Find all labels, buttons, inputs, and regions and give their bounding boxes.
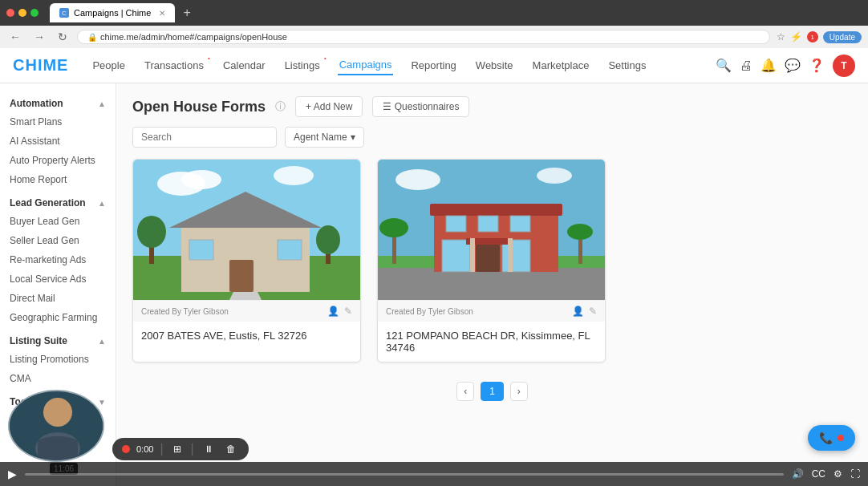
card-body-2: 121 POMPANO BEACH DR, Kissimmee, FL 3474… <box>378 322 605 362</box>
sidebar-item-listing-promotions[interactable]: Listing Promotions <box>0 350 116 369</box>
print-icon[interactable]: 🖨 <box>740 59 752 73</box>
edit-icon-2[interactable]: ✎ <box>589 306 597 317</box>
sidebar-item-direct-mail[interactable]: Direct Mail <box>0 289 116 308</box>
sidebar-section-automation: Automation ▲ <box>0 90 116 112</box>
sidebar-item-cma[interactable]: CMA <box>0 369 116 388</box>
bottom-bar: ▶ 🔊 CC ⚙ ⛶ <box>0 462 868 486</box>
lead-gen-collapse-icon[interactable]: ▲ <box>98 199 106 208</box>
browser-chrome: C Campaigns | Chime ✕ + <box>0 0 868 26</box>
sidebar-item-home-report[interactable]: Home Report <box>0 170 116 189</box>
tab-close-icon[interactable]: ✕ <box>159 9 165 18</box>
progress-bar[interactable] <box>25 473 784 476</box>
card-created-by-2: Created By Tyler Gibson <box>386 307 473 316</box>
sidebar-section-automation-label: Automation <box>10 98 63 109</box>
nav-website[interactable]: Website <box>474 56 515 75</box>
nav-campaigns[interactable]: Campaigns <box>338 55 394 75</box>
update-button[interactable]: Update <box>823 31 862 43</box>
url-text: chime.me/admin/home#/campaigns/openHouse <box>100 32 287 42</box>
property-card[interactable]: Created By Tyler Gibson 👤 ✎ 2007 BATES A… <box>132 159 361 362</box>
prev-page-button[interactable]: ‹ <box>456 382 474 401</box>
add-new-button[interactable]: + Add New <box>295 96 363 117</box>
call-button[interactable]: 📞 <box>808 425 855 451</box>
time-display: 0:00 <box>136 444 153 454</box>
svg-marker-10 <box>229 292 262 300</box>
nav-transactions[interactable]: Transactions <box>143 56 205 75</box>
search-icon[interactable]: 🔍 <box>716 58 732 73</box>
svg-rect-22 <box>430 204 562 216</box>
nav-settings[interactable]: Settings <box>606 56 647 75</box>
ssl-lock-icon: 🔒 <box>87 33 97 42</box>
share-icon[interactable]: 👤 <box>327 306 339 317</box>
sidebar-item-remarketing-ads[interactable]: Re-marketing Ads <box>0 250 116 269</box>
pause-icon[interactable]: ⏸ <box>201 442 217 456</box>
automation-collapse-icon[interactable]: ▲ <box>98 99 106 108</box>
nav-reporting[interactable]: Reporting <box>409 56 457 75</box>
questionnaires-button[interactable]: ☰ Questionnaires <box>372 96 469 117</box>
cards-grid: Created By Tyler Gibson 👤 ✎ 2007 BATES A… <box>132 159 852 362</box>
recording-indicator <box>122 445 130 453</box>
stop-icon[interactable]: 🗑 <box>223 442 239 456</box>
forward-button[interactable]: → <box>30 29 48 45</box>
bookmark-icon[interactable]: ☆ <box>777 31 785 43</box>
refresh-button[interactable]: ↻ <box>55 29 71 45</box>
messages-icon[interactable]: 💬 <box>785 58 801 73</box>
sidebar-item-ai-assistant[interactable]: AI Assistant <box>0 132 116 151</box>
property-card-2[interactable]: Created By Tyler Gibson 👤 ✎ 121 POMPANO … <box>377 159 606 362</box>
play-button[interactable]: ▶ <box>8 468 17 480</box>
new-tab-icon[interactable]: + <box>183 6 190 20</box>
sidebar-item-auto-property-alerts[interactable]: Auto Property Alerts <box>0 151 116 170</box>
next-page-button[interactable]: › <box>510 382 528 401</box>
video-avatar <box>10 391 103 460</box>
close-dot[interactable] <box>6 9 14 17</box>
sidebar-item-smart-plans[interactable]: Smart Plans <box>0 112 116 132</box>
volume-icon[interactable]: 🔊 <box>792 468 804 480</box>
minimize-dot[interactable] <box>18 9 26 17</box>
card-created-by-1: Created By Tyler Gibson <box>141 307 229 316</box>
call-icon: 📞 <box>819 431 833 444</box>
divider-2: | <box>191 442 194 456</box>
maximize-dot[interactable] <box>30 9 39 17</box>
notification-badge: 1 <box>807 31 818 43</box>
sidebar-section-listing-suite: Listing Suite ▲ <box>0 327 116 350</box>
search-input[interactable] <box>132 127 277 148</box>
listing-suite-collapse-icon[interactable]: ▲ <box>98 337 106 346</box>
card-footer-1: Created By Tyler Gibson 👤 ✎ <box>133 300 360 322</box>
nav-listings[interactable]: Listings <box>283 56 322 75</box>
card-address-1: 2007 BATES AVE, Eustis, FL 32726 <box>141 330 352 342</box>
video-overlay <box>8 390 104 462</box>
card-address-2: 121 POMPANO BEACH DR, Kissimmee, FL 3474… <box>386 330 597 354</box>
page-1-button[interactable]: 1 <box>481 382 504 401</box>
card-action-icons-1: 👤 ✎ <box>327 306 352 317</box>
top-nav: CHIME People Transactions Calendar Listi… <box>0 48 868 83</box>
edit-icon[interactable]: ✎ <box>344 306 352 317</box>
back-button[interactable]: ← <box>6 29 24 45</box>
svg-rect-30 <box>470 238 475 272</box>
svg-point-2 <box>181 170 221 189</box>
address-bar[interactable]: 🔒 chime.me/admin/home#/campaigns/openHou… <box>77 30 770 44</box>
svg-point-3 <box>274 166 314 185</box>
sidebar-item-geographic-farming[interactable]: Geographic Farming <box>0 308 116 327</box>
sidebar-item-seller-lead-gen[interactable]: Seller Lead Gen <box>0 231 116 250</box>
subtitles-icon[interactable]: CC <box>812 468 825 480</box>
agent-filter-dropdown[interactable]: Agent Name ▾ <box>285 127 364 148</box>
svg-rect-9 <box>278 240 302 260</box>
svg-point-12 <box>137 216 166 248</box>
notification-icon[interactable]: 🔔 <box>761 58 777 73</box>
extension-icon[interactable]: ⚡ <box>790 31 802 43</box>
browser-tab[interactable]: C Campaigns | Chime ✕ <box>50 3 175 22</box>
grid-view-icon[interactable]: ⊞ <box>170 442 185 456</box>
settings-icon[interactable]: ⚙ <box>834 468 842 480</box>
nav-calendar[interactable]: Calendar <box>221 56 267 75</box>
tools-collapse-icon[interactable]: ▼ <box>98 398 106 407</box>
help-icon[interactable]: ❓ <box>809 58 825 73</box>
share-icon-2[interactable]: 👤 <box>572 306 584 317</box>
sidebar-item-local-service-ads[interactable]: Local Service Ads <box>0 269 116 289</box>
svg-rect-34 <box>578 236 582 264</box>
agent-filter-label: Agent Name <box>294 132 347 143</box>
card-body-1: 2007 BATES AVE, Eustis, FL 32726 <box>133 322 360 350</box>
avatar[interactable]: T <box>833 55 855 77</box>
nav-people[interactable]: People <box>91 56 126 75</box>
sidebar-item-buyer-lead-gen[interactable]: Buyer Lead Gen <box>0 212 116 231</box>
fullscreen-icon[interactable]: ⛶ <box>850 468 860 480</box>
nav-marketplace[interactable]: Marketplace <box>531 56 591 75</box>
